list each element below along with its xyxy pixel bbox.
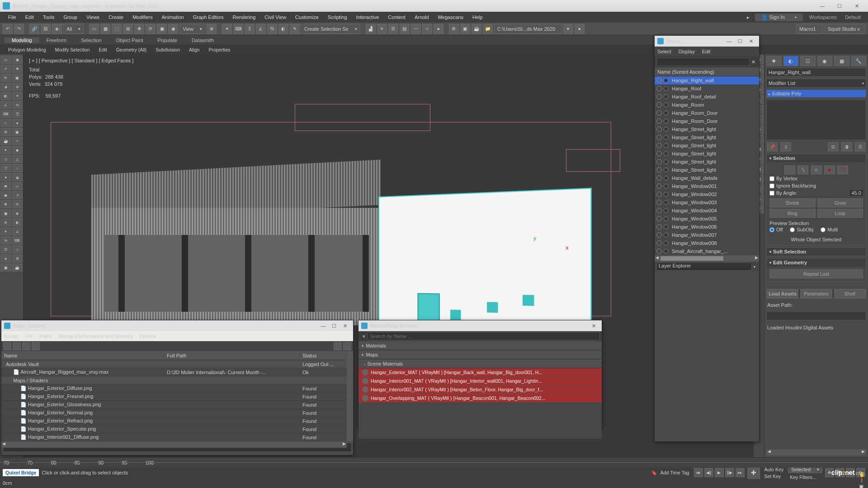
- left-tool-33[interactable]: ⟳: [12, 200, 23, 208]
- left-tool-9[interactable]: ✦: [12, 92, 23, 100]
- visibility-icon[interactable]: [656, 232, 662, 238]
- goto-start-button[interactable]: ⏮: [694, 468, 703, 477]
- menu-animation[interactable]: Animation: [157, 14, 189, 20]
- ribbon-panel-edit[interactable]: Edit: [95, 47, 111, 52]
- at-tool4[interactable]: [32, 342, 40, 350]
- freeze-icon[interactable]: [664, 192, 668, 197]
- material-item[interactable]: Hangar_Exterior_MAT ( VRayMtl ) [Hangar_…: [359, 368, 602, 377]
- remove-mod-button[interactable]: 🗑: [841, 142, 852, 151]
- ribbon-panel-geometry-all-[interactable]: Geometry (All): [113, 47, 151, 52]
- prev-frame-button[interactable]: ◀∥: [704, 468, 713, 477]
- menu-arnold[interactable]: Arnold: [410, 14, 434, 20]
- asset-row[interactable]: Maps / Shaders: [1, 376, 347, 385]
- se-item[interactable]: Hangar_Window001: [655, 182, 759, 190]
- left-tool-43[interactable]: ⊹: [12, 245, 23, 253]
- mb-close[interactable]: ✕: [588, 323, 599, 329]
- left-tool-10[interactable]: ∠: [0, 101, 11, 109]
- menu-scripting[interactable]: Scripting: [323, 14, 352, 20]
- left-tool-28[interactable]: ◓: [0, 182, 11, 190]
- snap-button[interactable]: 3: [245, 24, 255, 34]
- close-button[interactable]: ✕: [848, 1, 865, 11]
- ref-coord-dropdown[interactable]: View: [179, 24, 205, 34]
- left-tool-16[interactable]: ⚙: [0, 128, 11, 136]
- at-tool5[interactable]: [334, 342, 342, 350]
- rec-button[interactable]: ●: [575, 24, 585, 34]
- unlink-button[interactable]: ⛓: [41, 24, 51, 34]
- angle-value[interactable]: 45.0: [850, 190, 863, 196]
- asset-row[interactable]: Autodesk VaultLogged Out ...: [1, 360, 347, 368]
- object-name-input[interactable]: [766, 68, 866, 77]
- angle-snap-button[interactable]: ∠: [256, 24, 266, 34]
- nav-walk-button[interactable]: 🚶: [859, 478, 865, 483]
- show-end-button[interactable]: ▯: [780, 142, 791, 151]
- ribbon-panel-polygon-modeling[interactable]: Polygon Modeling: [5, 47, 49, 52]
- freeze-icon[interactable]: [664, 151, 668, 156]
- tag-icon[interactable]: 🔖: [651, 470, 657, 476]
- ring-button[interactable]: Ring: [769, 209, 816, 218]
- visibility-icon[interactable]: [656, 208, 662, 213]
- sign-in-button[interactable]: 👤 Sign In ▾: [755, 14, 803, 21]
- se-column-header[interactable]: Name (Sorted Ascending): [655, 67, 759, 76]
- visibility-icon[interactable]: [656, 118, 662, 124]
- rect-region-button[interactable]: ⬚: [112, 24, 122, 34]
- at-tool3[interactable]: [22, 342, 30, 350]
- by-vertex-check[interactable]: [769, 176, 774, 181]
- se-item[interactable]: Hangar_Window007: [655, 231, 759, 239]
- asset-menu-paths[interactable]: Paths: [39, 333, 52, 339]
- visibility-icon[interactable]: [656, 143, 662, 148]
- ribbon-panel-align[interactable]: Align: [185, 47, 203, 52]
- se-item[interactable]: Hangar_Street_light: [655, 141, 759, 150]
- left-tool-0[interactable]: ▭: [0, 56, 11, 64]
- scroll-right[interactable]: ▶: [860, 449, 866, 455]
- left-tool-46[interactable]: ▣: [0, 263, 11, 272]
- menu-content[interactable]: Content: [383, 14, 410, 20]
- asset-row[interactable]: 📄 Hangar_Exterior_Diffuse.pngFound: [1, 385, 347, 393]
- left-tool-19[interactable]: ✧: [12, 137, 23, 145]
- render-setup-button[interactable]: ⚙: [449, 24, 459, 34]
- left-tool-44[interactable]: ●: [0, 254, 11, 263]
- freeze-icon[interactable]: [664, 103, 668, 107]
- key-filters-button[interactable]: Key Filters...: [788, 474, 818, 480]
- configure-button[interactable]: ☰: [855, 142, 866, 151]
- se-item[interactable]: Hangar_Window002: [655, 190, 759, 198]
- freeze-icon[interactable]: [664, 127, 668, 131]
- mirror-button[interactable]: ▟: [366, 24, 376, 34]
- render-button[interactable]: ☕: [472, 24, 481, 34]
- left-tool-29[interactable]: ▭: [12, 182, 23, 190]
- scale-button[interactable]: ▣: [157, 24, 167, 34]
- pivot-button[interactable]: ⊕: [207, 24, 217, 34]
- visibility-icon[interactable]: [656, 183, 662, 189]
- se-item[interactable]: Small_Aircraft_hangar_...: [655, 247, 759, 255]
- visibility-icon[interactable]: [656, 86, 662, 91]
- help-arrow-icon[interactable]: ▸: [744, 14, 752, 20]
- se-item[interactable]: Hangar_Room: [655, 101, 759, 109]
- menu-rendering[interactable]: Rendering: [228, 14, 260, 20]
- named-selection-dropdown[interactable]: Create Selection Se: [301, 24, 360, 34]
- add-time-tag[interactable]: Add Time Tag: [659, 470, 691, 475]
- ribbon-panel-properties[interactable]: Properties: [205, 47, 234, 52]
- se-item[interactable]: Hangar_Right_wall: [655, 76, 759, 84]
- asset-row[interactable]: 📄 Hangar_Exterior_Normal.pngFound: [1, 409, 347, 417]
- nav-region-button[interactable]: ▣: [859, 483, 865, 488]
- visibility-icon[interactable]: [656, 200, 662, 205]
- asset-minimize[interactable]: —: [318, 323, 329, 328]
- freeze-icon[interactable]: [664, 111, 668, 115]
- squid-label[interactable]: Squid Studio v: [825, 24, 865, 34]
- left-tool-27[interactable]: ◒: [12, 173, 23, 181]
- visibility-icon[interactable]: [656, 78, 662, 83]
- se-list[interactable]: Hangar_Right_wallHangar_RoofHangar_Roof_…: [655, 76, 759, 255]
- by-angle-check[interactable]: [769, 191, 774, 196]
- mb-group-maps[interactable]: + Maps: [359, 350, 602, 359]
- ribbon-tab-selection[interactable]: Selection: [74, 38, 108, 43]
- quixel-bridge-button[interactable]: Quixel Bridge: [3, 469, 39, 476]
- left-tool-2[interactable]: ↗: [0, 65, 11, 73]
- freeze-icon[interactable]: [664, 200, 668, 205]
- edge-sub-button[interactable]: ╲: [797, 165, 808, 174]
- left-tool-47[interactable]: ☕: [12, 263, 23, 272]
- asset-menu-bitmap-performance-and-memory[interactable]: Bitmap Performance and Memory: [58, 333, 132, 339]
- left-tool-30[interactable]: ◉: [0, 191, 11, 199]
- se-footer-arrow[interactable]: ▾: [752, 265, 757, 269]
- utilities-tab[interactable]: 🔧: [851, 56, 867, 66]
- left-tool-24[interactable]: ▽: [0, 164, 11, 172]
- freeze-icon[interactable]: [664, 176, 668, 180]
